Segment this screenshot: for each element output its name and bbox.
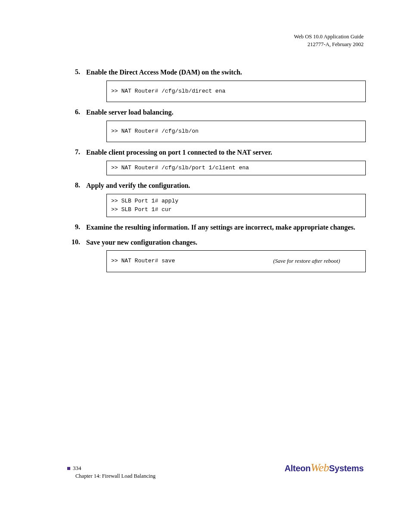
cmd-row: >> NAT Router# /cfg/slb/on: [107, 127, 365, 136]
step-5-cmd-box: >> NAT Router# /cfg/slb/direct ena: [106, 81, 366, 102]
page-number-box: 334: [67, 465, 81, 472]
logo-alteon: Alteon: [284, 464, 310, 473]
content: 5. Enable the Direct Access Mode (DAM) o…: [75, 68, 368, 272]
step-5-number: 5.: [75, 68, 80, 76]
alteon-logo: AlteonWebSystems: [284, 461, 364, 474]
step-5: 5. Enable the Direct Access Mode (DAM) o…: [75, 68, 368, 102]
step-8-text: Apply and verify the configuration.: [86, 181, 368, 190]
step-8-number: 8.: [75, 181, 80, 189]
cmd-row: >> SLB Port 1# apply: [107, 197, 365, 205]
cmd-text: >> SLB Port 1# cur: [107, 205, 171, 214]
cmd-row: >> NAT Router# save (Save for restore af…: [107, 257, 365, 265]
step-10-text: Save your new configuration changes.: [86, 238, 368, 247]
cmd-comment: (Save for restore after reboot): [273, 257, 340, 265]
header-line-1: Web OS 10.0 Application Guide: [294, 33, 364, 40]
cmd-text: >> NAT Router# /cfg/slb/direct ena: [107, 87, 225, 96]
step-8: 8. Apply and verify the configuration. >…: [75, 181, 368, 217]
step-6-cmd-box: >> NAT Router# /cfg/slb/on: [106, 121, 366, 142]
step-7-cmd-box: >> NAT Router# /cfg/slb/port 1/client en…: [106, 161, 366, 175]
step-7-text: Enable client processing on port 1 conne…: [86, 148, 368, 157]
cmd-text: >> NAT Router# save: [107, 257, 273, 265]
step-9-number: 9.: [75, 223, 80, 231]
page: Web OS 10.0 Application Guide 212777-A, …: [0, 0, 411, 532]
logo-web: Web: [311, 461, 329, 474]
cmd-text: >> SLB Port 1# apply: [107, 197, 178, 205]
step-10: 10. Save your new configuration changes.…: [75, 238, 368, 272]
page-header: Web OS 10.0 Application Guide 212777-A, …: [294, 33, 364, 48]
step-8-cmd-box: >> SLB Port 1# apply >> SLB Port 1# cur: [106, 194, 366, 217]
step-6-text: Enable server load balancing.: [86, 108, 368, 117]
cmd-row: >> NAT Router# /cfg/slb/direct ena: [107, 87, 365, 96]
step-5-text: Enable the Direct Access Mode (DAM) on t…: [86, 68, 368, 77]
step-6-number: 6.: [75, 108, 80, 116]
logo-systems: Systems: [329, 464, 364, 473]
cmd-row: >> SLB Port 1# cur: [107, 205, 365, 214]
cmd-text: >> NAT Router# /cfg/slb/on: [107, 127, 199, 136]
step-7-number: 7.: [75, 148, 80, 156]
step-10-number: 10.: [72, 238, 80, 246]
page-number: 334: [73, 465, 81, 472]
cmd-text: >> NAT Router# /cfg/slb/port 1/client en…: [107, 164, 249, 172]
step-6: 6. Enable server load balancing. >> NAT …: [75, 108, 368, 142]
step-9: 9. Examine the resulting information. If…: [75, 223, 368, 232]
step-10-cmd-box: >> NAT Router# save (Save for restore af…: [106, 250, 366, 272]
step-9-text: Examine the resulting information. If an…: [86, 223, 368, 232]
cmd-row: >> NAT Router# /cfg/slb/port 1/client en…: [107, 164, 365, 172]
square-bullet-icon: [67, 467, 70, 470]
chapter-label: Chapter 14: Firewall Load Balancing: [75, 473, 156, 479]
step-7: 7. Enable client processing on port 1 co…: [75, 148, 368, 175]
header-line-2: 212777-A, February 2002: [294, 40, 364, 48]
